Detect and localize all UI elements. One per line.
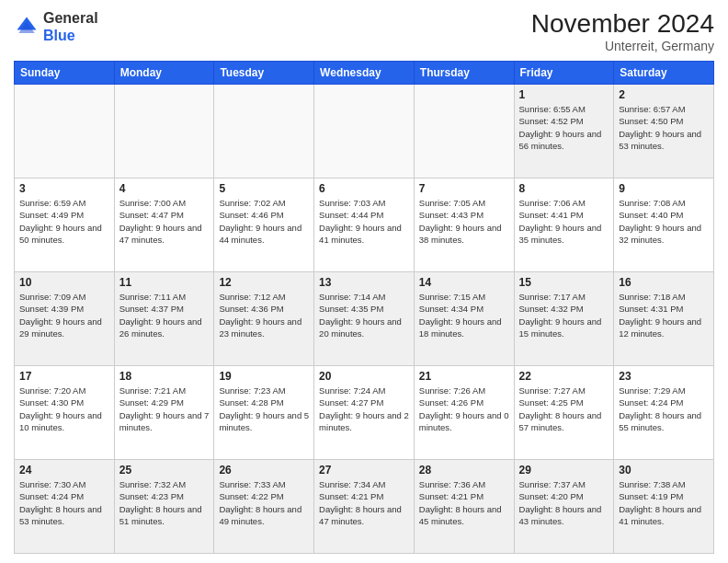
calendar-cell: 9Sunrise: 7:08 AM Sunset: 4:40 PM Daylig… (614, 178, 714, 272)
day-info: Sunrise: 7:29 AM Sunset: 4:24 PM Dayligh… (619, 385, 709, 433)
day-number: 12 (219, 276, 309, 289)
day-info: Sunrise: 6:55 AM Sunset: 4:52 PM Dayligh… (519, 103, 609, 152)
day-info: Sunrise: 7:34 AM Sunset: 4:21 PM Dayligh… (319, 478, 409, 527)
calendar-cell (114, 85, 214, 178)
header-thursday: Thursday (414, 62, 514, 85)
calendar-cell: 28Sunrise: 7:36 AM Sunset: 4:21 PM Dayli… (414, 460, 514, 554)
day-info: Sunrise: 7:20 AM Sunset: 4:30 PM Dayligh… (19, 385, 109, 433)
day-number: 15 (519, 276, 609, 289)
header-saturday: Saturday (614, 62, 714, 85)
logo-text: General Blue (43, 9, 98, 44)
month-title: November 2024 (531, 9, 714, 39)
day-info: Sunrise: 7:05 AM Sunset: 4:43 PM Dayligh… (419, 197, 509, 246)
calendar-cell: 1Sunrise: 6:55 AM Sunset: 4:52 PM Daylig… (514, 85, 614, 178)
calendar-cell: 29Sunrise: 7:37 AM Sunset: 4:20 PM Dayli… (514, 460, 614, 554)
day-number: 5 (219, 182, 309, 195)
day-number: 6 (319, 182, 409, 195)
day-number: 4 (119, 182, 210, 195)
calendar-cell: 20Sunrise: 7:24 AM Sunset: 4:27 PM Dayli… (314, 366, 415, 460)
day-info: Sunrise: 7:21 AM Sunset: 4:29 PM Dayligh… (119, 385, 210, 433)
day-number: 13 (319, 276, 409, 289)
calendar-cell: 18Sunrise: 7:21 AM Sunset: 4:29 PM Dayli… (114, 366, 214, 460)
day-info: Sunrise: 7:33 AM Sunset: 4:22 PM Dayligh… (219, 478, 309, 527)
day-number: 9 (619, 182, 709, 195)
logo-blue: Blue (43, 27, 98, 44)
location: Unterreit, Germany (531, 39, 714, 53)
day-number: 18 (119, 370, 210, 383)
header-wednesday: Wednesday (314, 62, 415, 85)
day-number: 2 (619, 88, 709, 101)
calendar-cell: 15Sunrise: 7:17 AM Sunset: 4:32 PM Dayli… (514, 272, 614, 366)
calendar-cell (314, 85, 415, 178)
day-info: Sunrise: 7:27 AM Sunset: 4:25 PM Dayligh… (519, 385, 609, 433)
calendar-cell: 17Sunrise: 7:20 AM Sunset: 4:30 PM Dayli… (15, 366, 115, 460)
day-number: 20 (319, 370, 409, 383)
day-info: Sunrise: 6:57 AM Sunset: 4:50 PM Dayligh… (619, 103, 709, 152)
day-info: Sunrise: 7:36 AM Sunset: 4:21 PM Dayligh… (419, 478, 509, 527)
day-info: Sunrise: 7:03 AM Sunset: 4:44 PM Dayligh… (319, 197, 409, 246)
day-number: 24 (19, 464, 109, 477)
calendar-cell: 23Sunrise: 7:29 AM Sunset: 4:24 PM Dayli… (614, 366, 714, 460)
title-section: November 2024 Unterreit, Germany (531, 9, 714, 53)
day-info: Sunrise: 7:26 AM Sunset: 4:26 PM Dayligh… (419, 385, 509, 433)
calendar-cell: 3Sunrise: 6:59 AM Sunset: 4:49 PM Daylig… (15, 178, 115, 272)
calendar-cell: 13Sunrise: 7:14 AM Sunset: 4:35 PM Dayli… (314, 272, 415, 366)
calendar-cell (414, 85, 514, 178)
day-info: Sunrise: 7:37 AM Sunset: 4:20 PM Dayligh… (519, 478, 609, 527)
calendar-cell: 11Sunrise: 7:11 AM Sunset: 4:37 PM Dayli… (114, 272, 214, 366)
day-number: 1 (519, 88, 609, 101)
header-tuesday: Tuesday (214, 62, 314, 85)
day-info: Sunrise: 7:11 AM Sunset: 4:37 PM Dayligh… (119, 291, 210, 339)
day-info: Sunrise: 7:09 AM Sunset: 4:39 PM Dayligh… (19, 291, 109, 339)
day-number: 11 (119, 276, 210, 289)
day-number: 29 (519, 464, 609, 477)
calendar-week-5: 24Sunrise: 7:30 AM Sunset: 4:24 PM Dayli… (15, 460, 714, 554)
day-info: Sunrise: 7:06 AM Sunset: 4:41 PM Dayligh… (519, 197, 609, 246)
day-number: 23 (619, 370, 709, 383)
day-number: 3 (19, 182, 109, 195)
weekday-row: Sunday Monday Tuesday Wednesday Thursday… (15, 62, 714, 85)
calendar-week-4: 17Sunrise: 7:20 AM Sunset: 4:30 PM Dayli… (15, 366, 714, 460)
header-sunday: Sunday (15, 62, 115, 85)
day-number: 27 (319, 464, 409, 477)
day-number: 17 (19, 370, 109, 383)
day-number: 22 (519, 370, 609, 383)
day-number: 28 (419, 464, 509, 477)
day-number: 26 (219, 464, 309, 477)
day-number: 25 (119, 464, 210, 477)
day-info: Sunrise: 7:02 AM Sunset: 4:46 PM Dayligh… (219, 197, 309, 246)
day-number: 14 (419, 276, 509, 289)
calendar-cell: 14Sunrise: 7:15 AM Sunset: 4:34 PM Dayli… (414, 272, 514, 366)
day-number: 8 (519, 182, 609, 195)
calendar-cell: 26Sunrise: 7:33 AM Sunset: 4:22 PM Dayli… (214, 460, 314, 554)
day-info: Sunrise: 7:23 AM Sunset: 4:28 PM Dayligh… (219, 385, 309, 433)
day-info: Sunrise: 7:00 AM Sunset: 4:47 PM Dayligh… (119, 197, 210, 246)
day-info: Sunrise: 7:18 AM Sunset: 4:31 PM Dayligh… (619, 291, 709, 339)
logo-general: General (43, 9, 98, 27)
day-info: Sunrise: 7:30 AM Sunset: 4:24 PM Dayligh… (19, 478, 109, 527)
calendar-week-1: 1Sunrise: 6:55 AM Sunset: 4:52 PM Daylig… (15, 85, 714, 178)
calendar-cell: 21Sunrise: 7:26 AM Sunset: 4:26 PM Dayli… (414, 366, 514, 460)
calendar-table: Sunday Monday Tuesday Wednesday Thursday… (14, 61, 714, 554)
day-number: 16 (619, 276, 709, 289)
day-number: 7 (419, 182, 509, 195)
day-info: Sunrise: 6:59 AM Sunset: 4:49 PM Dayligh… (19, 197, 109, 246)
calendar-cell: 12Sunrise: 7:12 AM Sunset: 4:36 PM Dayli… (214, 272, 314, 366)
calendar-header: Sunday Monday Tuesday Wednesday Thursday… (15, 62, 714, 85)
calendar-cell: 19Sunrise: 7:23 AM Sunset: 4:28 PM Dayli… (214, 366, 314, 460)
calendar-cell: 2Sunrise: 6:57 AM Sunset: 4:50 PM Daylig… (614, 85, 714, 178)
calendar-body: 1Sunrise: 6:55 AM Sunset: 4:52 PM Daylig… (15, 85, 714, 554)
calendar-cell: 24Sunrise: 7:30 AM Sunset: 4:24 PM Dayli… (15, 460, 115, 554)
day-info: Sunrise: 7:14 AM Sunset: 4:35 PM Dayligh… (319, 291, 409, 339)
calendar-week-2: 3Sunrise: 6:59 AM Sunset: 4:49 PM Daylig… (15, 178, 714, 272)
calendar-cell: 30Sunrise: 7:38 AM Sunset: 4:19 PM Dayli… (614, 460, 714, 554)
calendar-cell: 27Sunrise: 7:34 AM Sunset: 4:21 PM Dayli… (314, 460, 415, 554)
calendar-cell: 25Sunrise: 7:32 AM Sunset: 4:23 PM Dayli… (114, 460, 214, 554)
day-info: Sunrise: 7:32 AM Sunset: 4:23 PM Dayligh… (119, 478, 210, 527)
calendar-cell (15, 85, 115, 178)
day-number: 19 (219, 370, 309, 383)
calendar-cell: 7Sunrise: 7:05 AM Sunset: 4:43 PM Daylig… (414, 178, 514, 272)
header-monday: Monday (114, 62, 214, 85)
header: General Blue November 2024 Unterreit, Ge… (14, 9, 714, 53)
calendar-cell: 10Sunrise: 7:09 AM Sunset: 4:39 PM Dayli… (15, 272, 115, 366)
